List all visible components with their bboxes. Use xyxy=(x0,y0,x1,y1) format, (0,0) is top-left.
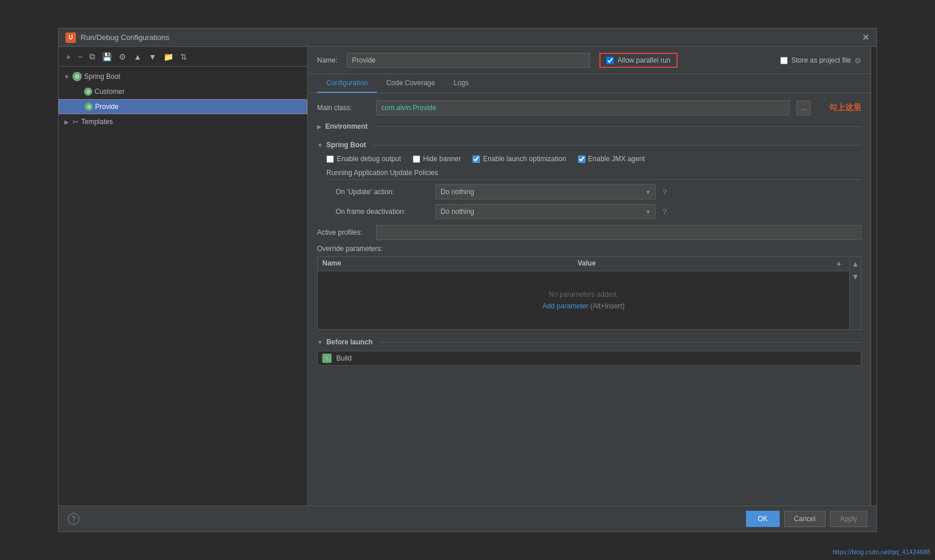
cancel-button[interactable]: Cancel xyxy=(784,511,825,527)
before-launch-line xyxy=(380,342,861,343)
spring-boot-icon: ⚙ xyxy=(72,72,82,81)
title-bar: U Run/Debug Configurations ✕ xyxy=(59,28,876,47)
config-tree: ▼ ⚙ Spring Boot ⚙ Customer ⚙ Provide xyxy=(59,67,307,506)
override-params-label: Override parameters: xyxy=(317,245,861,253)
on-update-row: On 'Update' action: Do nothing Update cl… xyxy=(336,184,861,199)
spring-boot-section: ▼ Spring Boot Enable debug output Hide b… xyxy=(317,139,861,219)
sb-section-title: Spring Boot xyxy=(326,141,366,149)
on-update-label: On 'Update' action: xyxy=(336,188,428,196)
store-project-label: Store as project file xyxy=(791,56,851,64)
tree-item-customer[interactable]: ⚙ Customer xyxy=(59,84,307,99)
launch-opt-checkbox[interactable] xyxy=(472,155,480,163)
customer-label: Customer xyxy=(94,88,125,96)
on-frame-select[interactable]: Do nothing Update classes and resources xyxy=(435,204,656,219)
enable-debug-label: Enable debug output xyxy=(337,155,401,163)
on-frame-row: On frame deactivation: Do nothing Update… xyxy=(336,204,861,219)
app-icon: U xyxy=(66,32,76,43)
before-launch-header[interactable]: ▼ Before launch xyxy=(317,336,861,348)
params-scroll-down-btn[interactable]: ▼ xyxy=(850,271,861,282)
params-name-col-header: Name xyxy=(322,259,578,268)
active-profiles-input[interactable] xyxy=(376,225,861,240)
dialog-footer: ? OK Cancel Apply xyxy=(59,506,876,532)
tree-item-templates[interactable]: ▶ ✂ Templates xyxy=(59,114,307,129)
save-config-button[interactable]: 💾 xyxy=(99,51,115,63)
jmx-agent-checkbox[interactable] xyxy=(578,155,585,163)
templates-label: Templates xyxy=(81,118,113,126)
tab-bar: Configuration Code Coverage Logs xyxy=(308,74,871,93)
add-config-button[interactable]: + xyxy=(63,51,74,63)
policies-section: Running Application Update Policies On '… xyxy=(326,169,861,219)
apply-button[interactable]: Apply xyxy=(830,511,867,527)
before-launch-section: ▼ Before launch ↑ Build xyxy=(317,336,861,366)
environment-section: ▶ Environment xyxy=(317,120,861,133)
no-params-text: No parameters added. xyxy=(549,290,618,299)
name-field-label: Name: xyxy=(317,56,337,64)
allow-parallel-box: Allow parallel run xyxy=(599,53,677,68)
move-down-button[interactable]: ▼ xyxy=(145,51,159,63)
dialog-body: + − ⧉ 💾 ⚙ ▲ ▼ 📁 ⇅ ▼ ⚙ Spring Boot xyxy=(59,47,876,506)
sort-button[interactable]: ⇅ xyxy=(177,51,190,63)
copy-config-button[interactable]: ⧉ xyxy=(86,50,98,63)
store-settings-icon[interactable]: ⚙ xyxy=(854,56,861,65)
tab-logs[interactable]: Logs xyxy=(444,74,478,93)
expand-icon: ▼ xyxy=(63,74,70,80)
params-table-body: No parameters added. Add parameter (Alt+… xyxy=(318,271,849,329)
spring-boot-checkboxes: Enable debug output Hide banner Enable l… xyxy=(326,155,861,163)
override-params-section: Override parameters: Name Value + No par… xyxy=(317,245,861,330)
move-up-button[interactable]: ▲ xyxy=(130,51,144,63)
on-update-help-icon[interactable]: ? xyxy=(663,188,667,197)
hide-banner-checkbox[interactable] xyxy=(413,155,420,163)
add-param-link[interactable]: Add parameter xyxy=(543,302,588,310)
watermark: https://blog.csdn.net/qq_41424688 xyxy=(832,548,930,555)
params-main: Name Value + No parameters added. Add pa… xyxy=(318,257,849,329)
footer-buttons: OK Cancel Apply xyxy=(746,511,867,527)
before-launch-arrow: ▼ xyxy=(317,339,323,346)
spring-boot-header[interactable]: ▼ Spring Boot xyxy=(317,139,861,151)
enable-debug-checkbox[interactable] xyxy=(326,155,334,163)
tree-item-spring-boot[interactable]: ▼ ⚙ Spring Boot xyxy=(59,69,307,84)
help-button[interactable]: ? xyxy=(68,513,79,525)
close-button[interactable]: ✕ xyxy=(862,32,869,43)
hide-banner-item: Hide banner xyxy=(413,155,461,163)
footer-left: ? xyxy=(68,513,79,525)
env-title: Environment xyxy=(325,122,368,130)
environment-header[interactable]: ▶ Environment xyxy=(317,120,861,133)
dialog-title: Run/Debug Configurations xyxy=(81,33,169,42)
active-profiles-row: Active profiles: xyxy=(317,225,861,240)
name-input[interactable] xyxy=(347,53,590,68)
right-scrollbar[interactable] xyxy=(871,47,876,506)
folder-button[interactable]: 📁 xyxy=(161,51,176,63)
browse-button[interactable]: ... xyxy=(796,100,810,115)
before-launch-title: Before launch xyxy=(326,338,373,346)
sb-line xyxy=(373,145,861,146)
enable-debug-item: Enable debug output xyxy=(326,155,401,163)
ok-button[interactable]: OK xyxy=(746,511,779,527)
build-label: Build xyxy=(336,354,352,362)
store-project-checkbox[interactable] xyxy=(780,57,788,64)
title-bar-left: U Run/Debug Configurations xyxy=(66,32,169,43)
tab-configuration[interactable]: Configuration xyxy=(317,74,377,93)
provide-label: Provide xyxy=(95,103,119,111)
tab-code-coverage[interactable]: Code Coverage xyxy=(377,74,444,93)
tree-item-provide[interactable]: ⚙ Provide xyxy=(59,99,307,114)
params-value-col-header: Value xyxy=(578,259,834,268)
params-scroll-up-btn[interactable]: ▲ xyxy=(850,258,861,270)
on-frame-select-wrapper: Do nothing Update classes and resources … xyxy=(435,204,656,219)
allow-parallel-checkbox[interactable] xyxy=(606,57,614,64)
on-update-select[interactable]: Do nothing Update classes and resources … xyxy=(435,184,656,199)
main-class-label: Main class: xyxy=(317,104,369,112)
right-panel: Name: Allow parallel run Store as projec… xyxy=(308,47,871,506)
remove-config-button[interactable]: − xyxy=(75,51,85,63)
toolbar: + − ⧉ 💾 ⚙ ▲ ▼ 📁 ⇅ xyxy=(59,47,307,67)
policies-title: Running Application Update Policies xyxy=(326,169,861,180)
config-header: Name: Allow parallel run Store as projec… xyxy=(308,47,871,74)
add-param-header-btn[interactable]: + xyxy=(833,259,845,268)
templates-icon: ✂ xyxy=(72,118,79,126)
add-param-hint: (Alt+Insert) xyxy=(590,302,624,310)
main-class-input[interactable] xyxy=(376,100,790,115)
jmx-agent-label: Enable JMX agent xyxy=(588,155,645,163)
on-frame-help-icon[interactable]: ? xyxy=(663,208,667,216)
params-table-sidebar: ▲ ▼ xyxy=(849,257,861,329)
settings-button[interactable]: ⚙ xyxy=(116,51,129,63)
provide-icon: ⚙ xyxy=(85,103,93,111)
